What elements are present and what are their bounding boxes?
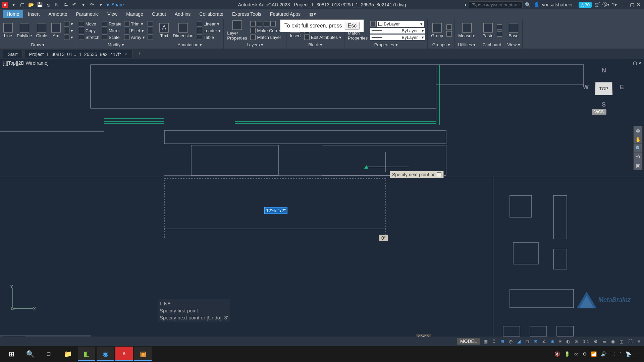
tab-output[interactable]: Output [148,10,170,18]
help-icon[interactable]: ?▾ [611,1,618,8]
viewcube-top[interactable]: TOP [595,82,612,95]
save-icon[interactable]: 💾 [36,1,43,8]
paste-button[interactable]: Paste [481,23,495,38]
dimension-input[interactable]: 12'-5 1/2" [264,207,287,214]
modify-extra-3[interactable] [147,34,154,40]
tooltip-options-icon[interactable] [437,172,441,177]
share-button[interactable]: ➤Share [106,2,124,7]
cart-icon[interactable]: 🛒 [594,1,600,8]
drawing-area[interactable]: [-][Top][2D Wireframe] ─ ▢ ✕ To exit ful… [0,59,644,342]
user-name[interactable]: yousafshabeer... [542,2,577,7]
gear-icon[interactable]: ⚙ [592,338,599,345]
zoom-icon[interactable]: 🔍 [634,144,642,153]
tray-settings-icon[interactable]: ⚙ [583,351,587,357]
circle-button[interactable]: Circle [35,23,49,38]
tab-featured[interactable]: Featured Apps [266,10,305,18]
snap-icon[interactable]: ⠿ [491,338,497,345]
tray-fullscreen-icon[interactable]: ⛶ [610,351,615,357]
camtasia-icon[interactable]: ◧ [78,347,95,361]
ucs-icon[interactable]: Y X [6,285,36,315]
rotate-button[interactable]: Rotate [101,21,122,27]
tab-manage[interactable]: Manage [122,10,147,18]
otrack-icon[interactable]: ∠ [541,338,547,345]
close-button[interactable]: ✕ [636,2,641,7]
viewcube[interactable]: N S W E TOP WCS [584,66,624,119]
tab-more-icon[interactable]: ▦▾ [305,10,320,18]
tab-home[interactable]: Home [3,10,23,18]
workspace-icon[interactable]: ☰ [601,338,608,345]
viewcube-south[interactable]: S [602,101,606,108]
dynamic-input-icon[interactable]: ⊕ [549,338,556,345]
copy-button[interactable]: Copy [78,27,100,34]
arc-button[interactable]: Arc [50,23,62,38]
fillet-button[interactable]: Fillet ▾ [123,27,146,34]
pan-icon[interactable]: ✋ [634,135,642,144]
viewcube-north[interactable]: N [602,67,606,74]
tray-volume-icon[interactable]: 🔇 [554,351,560,357]
search-expand-icon[interactable]: ▸ [465,2,467,7]
autocad-icon[interactable]: A [115,347,133,361]
text-button[interactable]: AText [158,23,170,38]
tray-cc-icon[interactable]: ㏄ [574,351,579,357]
trim-button[interactable]: Trim ▾ [123,21,146,27]
tab-annotate[interactable]: Annotate [44,10,71,18]
lineweight-combo[interactable]: ━━━━ByLayer▾ [370,28,425,34]
draw-flyout-1[interactable]: ▾ [63,21,74,27]
user-icon[interactable]: 👤 [533,1,540,8]
scale-button[interactable]: Scale [101,34,122,40]
isolate-icon[interactable]: ◫ [618,338,625,345]
current-file-tab[interactable]: Project_1_30813_01..._1_26535_8e21417f*✕ [24,50,133,58]
search-icon[interactable]: 🔍 [525,1,531,8]
cut-button[interactable] [496,24,503,30]
taskview-icon[interactable]: ⧉ [40,347,58,361]
autodesk-app-icon[interactable]: Ⓐ▾ [602,1,609,8]
tab-view[interactable]: View [103,10,121,18]
lineweight-icon[interactable]: ≡ [558,338,563,345]
redo-dropdown-icon[interactable]: ▾ [97,1,104,8]
measure-button[interactable]: Measure [457,23,477,38]
group-edit-button[interactable] [446,31,452,37]
tray-battery-icon[interactable]: 🔋 [564,351,570,357]
panel-draw[interactable]: Draw ▾ [2,42,74,48]
tab-parametric[interactable]: Parametric [72,10,103,18]
tray-network-icon[interactable]: 📶 [591,351,597,357]
coins-badge[interactable]: ◎30 [579,2,592,8]
showmotion-icon[interactable]: ▣ [634,161,642,170]
app-icon-taskbar[interactable]: ▣ [134,347,152,361]
full-nav-wheel-icon[interactable]: ◎ [634,126,642,135]
transparency-icon[interactable]: ◐ [565,338,571,345]
panel-block[interactable]: Block ▾ [288,42,342,48]
maximize-button[interactable]: ▢ [629,2,635,7]
model-space-badge[interactable]: MODEL [457,338,480,345]
hardware-accel-icon[interactable]: ◉ [610,338,616,345]
redo-icon[interactable]: ↷ [89,1,95,8]
edge-icon[interactable]: ◉ [97,347,114,361]
panel-properties[interactable]: Properties ▾ [346,42,425,48]
osnap-icon[interactable]: ◻ [524,338,530,345]
table-button[interactable]: Table [196,34,221,40]
wcs-badge[interactable]: WCS [592,109,606,115]
mirror-button[interactable]: Mirror [101,27,122,34]
tray-sound-icon[interactable]: 🔊 [601,351,606,357]
ungroup-button[interactable] [446,24,452,30]
tab-collaborate[interactable]: Collaborate [195,10,227,18]
color-combo[interactable]: ByLayer▾ [377,21,424,27]
panel-utilities[interactable]: Utilities ▾ [457,42,477,48]
ortho-icon[interactable]: ⊞ [499,338,505,345]
tray-chevron-icon[interactable]: ˄ [619,351,622,357]
search-taskbar-icon[interactable]: 🔍 [21,347,39,361]
publish-icon[interactable]: ⇱ [54,1,60,8]
modify-extra-2[interactable] [147,27,154,34]
panel-annotation[interactable]: Annotation ▾ [158,42,221,48]
customize-status-icon[interactable]: ≡ [636,338,641,345]
saveas-icon[interactable]: ⎘ [45,1,52,8]
layer-btn-row-1[interactable] [250,21,284,27]
open-icon[interactable]: 📂 [28,1,34,8]
base-button[interactable]: Base [507,23,520,38]
edit-attributes-button[interactable]: Edit Attributes ▾ [304,34,342,40]
search-input[interactable] [469,1,523,8]
tab-insert[interactable]: Insert [24,10,44,18]
panel-layers[interactable]: Layers ▾ [226,42,284,48]
undo-icon[interactable]: ↶ [71,1,78,8]
stretch-button[interactable]: Stretch [78,34,100,40]
